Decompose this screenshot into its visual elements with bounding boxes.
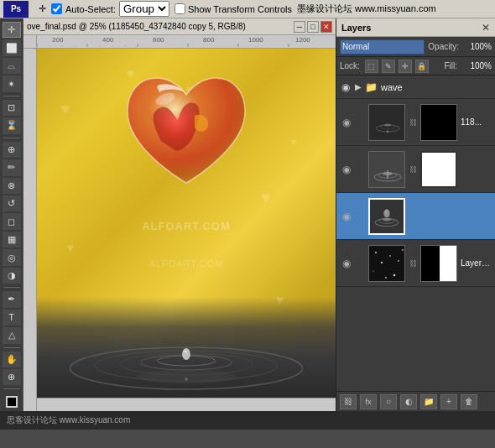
svg-point-46 bbox=[398, 260, 399, 262]
water-area bbox=[37, 297, 336, 398]
lock-label: Lock: bbox=[340, 61, 360, 70]
bokeh-heart-4: ♥ bbox=[67, 241, 74, 254]
layer-item-0[interactable]: ◉ ⛓ 118... bbox=[336, 99, 495, 146]
group-folder-icon: 📁 bbox=[365, 81, 378, 93]
gradient-tool[interactable]: ▦ bbox=[3, 232, 21, 247]
layer-0-mask-img bbox=[421, 105, 456, 140]
heart-container bbox=[119, 74, 253, 200]
layer-0-chain: ⛓ bbox=[409, 116, 417, 129]
pen-tool[interactable]: ✒ bbox=[3, 291, 21, 307]
move-tool[interactable]: ✛ bbox=[3, 22, 21, 38]
lock-position-button[interactable]: ✛ bbox=[399, 60, 412, 73]
svg-rect-32 bbox=[369, 152, 405, 188]
fill-label: Fill: bbox=[444, 61, 457, 70]
svg-rect-42 bbox=[369, 246, 405, 282]
svg-point-45 bbox=[389, 255, 391, 257]
blend-mode-row: Normal Opacity: 100% bbox=[336, 37, 495, 57]
layer-1-thumb-img bbox=[369, 152, 404, 187]
layer-2-visibility[interactable]: ◉ bbox=[340, 210, 353, 223]
layer-item-3[interactable]: ◉ ⛓ bbox=[336, 240, 495, 287]
layer-0-link bbox=[357, 116, 365, 129]
group-name: wave bbox=[381, 82, 403, 92]
heart-svg bbox=[119, 74, 253, 200]
layer-delete-button[interactable]: 🗑 bbox=[461, 394, 477, 409]
lock-all-button[interactable]: 🔒 bbox=[415, 60, 429, 73]
opacity-label: Opacity: bbox=[428, 42, 459, 51]
layer-0-thumb bbox=[368, 104, 405, 141]
foreground-color[interactable] bbox=[6, 396, 18, 408]
eyedropper-tool[interactable]: ⌛ bbox=[3, 117, 21, 133]
ruler-v-svg bbox=[23, 49, 37, 411]
canvas-container: ove_final.psd @ 25% (1185450_43742840 co… bbox=[23, 18, 336, 411]
layer-new-button[interactable]: + bbox=[440, 394, 457, 409]
show-transform-checkbox[interactable] bbox=[175, 3, 185, 14]
crop-tool[interactable]: ⊡ bbox=[3, 100, 21, 116]
history-tool[interactable]: ↺ bbox=[3, 195, 21, 211]
doc-controls: ─ □ ✕ bbox=[294, 21, 332, 33]
svg-point-48 bbox=[393, 273, 396, 276]
canvas-image: ♥ ♥ ♥ ♥ ♥ ♥ ♥ ♥ bbox=[37, 49, 336, 398]
magic-wand-tool[interactable]: ✴ bbox=[3, 76, 21, 91]
auto-select-checkbox[interactable] bbox=[51, 3, 62, 14]
svg-point-31 bbox=[384, 123, 391, 126]
bokeh-heart-1: ♥ bbox=[60, 101, 70, 118]
type-tool[interactable]: T bbox=[3, 310, 21, 326]
svg-point-27 bbox=[137, 370, 237, 383]
layer-2-thumb-img bbox=[370, 200, 404, 233]
layer-fx-button[interactable]: fx bbox=[360, 394, 377, 409]
healing-tool[interactable]: ⊕ bbox=[3, 142, 21, 158]
ps-logo: Ps bbox=[3, 1, 29, 18]
layer-adjustment-button[interactable]: ◐ bbox=[400, 394, 417, 409]
layer-group-button[interactable]: 📁 bbox=[420, 394, 437, 409]
layers-bottom-toolbar: ⛓ fx ○ ◐ 📁 + 🗑 bbox=[336, 391, 495, 411]
move-tool-icon: ✛ bbox=[39, 3, 46, 14]
svg-point-43 bbox=[375, 252, 377, 253]
layer-item-2[interactable]: ◉ bbox=[336, 193, 495, 240]
svg-point-41 bbox=[385, 211, 388, 212]
hand-tool[interactable]: ✋ bbox=[3, 352, 21, 367]
dodge-tool[interactable]: ◑ bbox=[3, 268, 21, 284]
layer-0-info: 118... bbox=[461, 117, 492, 127]
lock-transparent-button[interactable]: ⬚ bbox=[365, 60, 378, 73]
layer-3-thumb-img bbox=[369, 246, 404, 281]
bottom-bar: 思客设计论坛 www.kissyuan.com bbox=[0, 411, 495, 430]
blur-tool[interactable]: ◎ bbox=[3, 249, 21, 265]
doc-minimize-button[interactable]: ─ bbox=[294, 21, 305, 33]
lasso-tool[interactable]: ⌓ bbox=[3, 58, 21, 74]
fill-value: 100% bbox=[462, 61, 492, 70]
show-transform-label: Show Transform Controls bbox=[188, 4, 292, 14]
brush-tool[interactable]: ✏ bbox=[3, 159, 21, 175]
layer-3-visibility[interactable]: ◉ bbox=[340, 257, 353, 270]
panel-close-button[interactable]: ✕ bbox=[482, 22, 490, 34]
layer-3-thumb bbox=[368, 245, 405, 282]
layer-2-link bbox=[357, 210, 365, 223]
layer-link-button[interactable]: ⛓ bbox=[340, 394, 357, 409]
svg-point-39 bbox=[383, 217, 391, 221]
layer-mask-button[interactable]: ○ bbox=[380, 394, 397, 409]
opacity-value: 100% bbox=[462, 42, 492, 51]
layer-1-visibility[interactable]: ◉ bbox=[340, 163, 353, 176]
layer-0-visibility[interactable]: ◉ bbox=[340, 116, 353, 129]
layer-item-1[interactable]: ◉ ⛓ bbox=[336, 146, 495, 193]
tool-divider-3 bbox=[3, 287, 20, 288]
layer-1-link bbox=[357, 163, 365, 176]
doc-close-button[interactable]: ✕ bbox=[320, 21, 332, 33]
clone-tool[interactable]: ⊗ bbox=[3, 178, 21, 194]
auto-select-group: Auto-Select: Group bbox=[51, 1, 169, 17]
auto-select-dropdown[interactable]: Group bbox=[119, 1, 169, 17]
lock-icons: ⬚ ✎ ✛ 🔒 bbox=[365, 60, 429, 73]
layers-panel-header: Layers ✕ bbox=[336, 18, 495, 37]
marquee-tool[interactable]: ⬜ bbox=[3, 39, 21, 55]
main-layout: ✛ ⬜ ⌓ ✴ ⊡ ⌛ ⊕ ✏ ⊗ ↺ ◻ ▦ ◎ ◑ ✒ T △ ✋ ⊕ ov… bbox=[0, 18, 495, 411]
doc-maximize-button[interactable]: □ bbox=[307, 21, 319, 33]
layer-group-wave[interactable]: ◉ ▶ 📁 wave bbox=[336, 76, 495, 99]
eraser-tool[interactable]: ◻ bbox=[3, 213, 21, 229]
group-eye-icon[interactable]: ◉ bbox=[341, 81, 350, 93]
lock-row: Lock: ⬚ ✎ ✛ 🔒 Fill: 100% bbox=[336, 57, 495, 76]
blend-mode-select[interactable]: Normal bbox=[340, 39, 425, 55]
top-watermark: 墨缘设计论坛 www.missyuan.com bbox=[297, 3, 436, 15]
layer-0-mask bbox=[420, 104, 457, 141]
zoom-tool[interactable]: ⊕ bbox=[3, 369, 21, 385]
shape-tool[interactable]: △ bbox=[3, 327, 21, 343]
lock-pixels-button[interactable]: ✎ bbox=[382, 60, 395, 73]
